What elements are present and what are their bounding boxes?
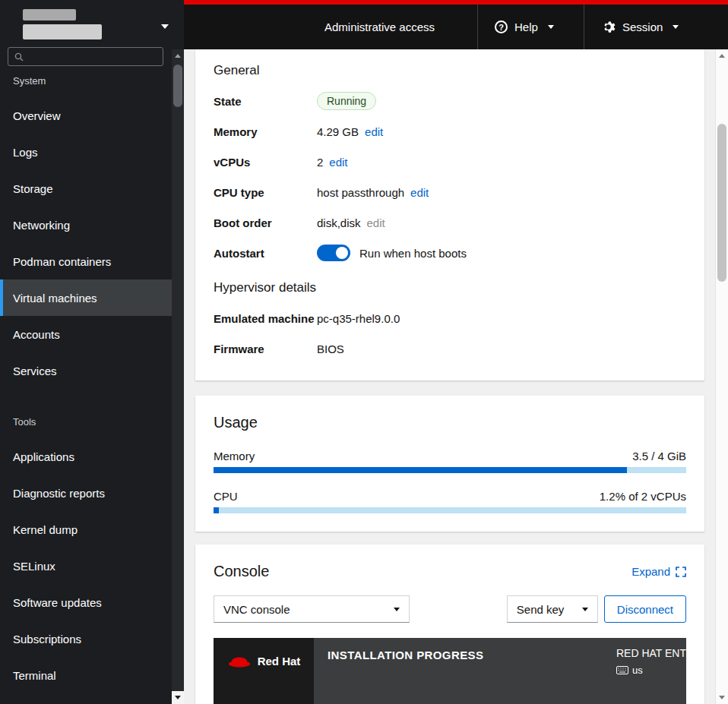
cpu-usage-row: CPU 1.2% of 2 vCPUs	[214, 490, 686, 513]
boot-order-edit-link-disabled: edit	[367, 216, 385, 229]
send-key-label: Send key	[517, 603, 565, 616]
redhat-fedora-icon	[227, 652, 252, 669]
autostart-row: Autostart Run when host boots	[214, 238, 686, 268]
sidebar-item-storage[interactable]: Storage	[0, 170, 184, 207]
sidebar-search[interactable]	[8, 47, 163, 66]
search-icon	[14, 52, 24, 62]
sidebar-item-overview[interactable]: Overview	[0, 97, 184, 134]
sidebar-item-subscriptions[interactable]: Subscriptions	[0, 620, 184, 657]
redhat-logo: Red Hat	[227, 652, 301, 670]
vm-state-badge: Running	[317, 92, 376, 110]
host-switcher[interactable]	[0, 0, 184, 43]
keyboard-layout-indicator: us	[616, 665, 643, 676]
redhat-logo-text: Red Hat	[258, 655, 301, 668]
sidebar-scrollbar-thumb[interactable]	[173, 65, 182, 107]
sidebar-item-diagnostic-reports[interactable]: Diagnostic reports	[0, 475, 184, 511]
sidebar-item-logs[interactable]: Logs	[0, 134, 184, 170]
autostart-description: Run when host boots	[359, 247, 467, 260]
console-card: Console Expand VNC console Send key Disc…	[195, 545, 704, 704]
console-type-value: VNC console	[223, 603, 290, 616]
session-label: Session	[622, 21, 663, 33]
nav-group-tools: Applications Diagnostic reports Kernel d…	[0, 434, 184, 693]
sidebar-item-kernel-dump[interactable]: Kernel dump	[0, 511, 184, 548]
installer-product-info: RED HAT ENT us	[616, 647, 686, 676]
sidebar-item-accounts[interactable]: Accounts	[0, 316, 184, 352]
cpu-type-row: CPU type host passthrough edit	[214, 177, 686, 207]
memory-progress-bar	[214, 467, 627, 473]
emulated-machine-value: pc-q35-rhel9.0.0	[317, 312, 400, 325]
keyboard-icon	[616, 666, 628, 674]
autostart-label: Autostart	[214, 247, 317, 260]
memory-label: Memory	[214, 125, 317, 138]
vcpus-edit-link[interactable]: edit	[329, 156, 347, 169]
cpu-progress-track	[214, 507, 686, 513]
sidebar-item-selinux[interactable]: SELinux	[0, 548, 184, 584]
memory-row: Memory 4.29 GB edit	[214, 116, 686, 147]
installer-product-name: RED HAT ENT	[616, 647, 686, 659]
general-section-title: General	[214, 63, 686, 78]
hostname-redacted-line2	[23, 24, 102, 39]
search-input[interactable]	[28, 51, 157, 63]
chevron-down-icon	[548, 25, 554, 29]
vcpus-label: vCPUs	[214, 156, 317, 169]
help-menu[interactable]: ? Help	[477, 5, 571, 49]
sidebar: System Overview Logs Storage Networking …	[0, 0, 184, 704]
nav-group-system-label: System	[13, 75, 184, 87]
administrative-access-button[interactable]: Administrative access	[324, 5, 435, 49]
hostname-redacted-line1	[23, 9, 76, 21]
sidebar-scroll-up-icon[interactable]	[172, 49, 184, 62]
sidebar-scrollbar[interactable]	[172, 49, 184, 704]
nav-group-tools-label: Tools	[13, 416, 184, 428]
page-scrollbar[interactable]	[715, 49, 728, 704]
keyboard-layout-value: us	[632, 665, 643, 676]
firmware-label: Firmware	[214, 343, 317, 355]
send-key-dropdown[interactable]: Send key	[507, 595, 598, 623]
sidebar-item-terminal[interactable]: Terminal	[0, 657, 184, 693]
memory-usage-row: Memory 3.5 / 4 GiB	[214, 450, 686, 473]
vcpus-value: 2	[317, 156, 323, 169]
sidebar-item-services[interactable]: Services	[0, 352, 184, 389]
memory-value: 4.29 GB	[317, 125, 359, 138]
cpu-type-label: CPU type	[214, 186, 317, 199]
memory-usage-value: 3.5 / 4 GiB	[632, 450, 686, 462]
state-row: State Running	[214, 86, 686, 116]
page-scroll-down-icon[interactable]	[716, 691, 728, 704]
sidebar-item-networking[interactable]: Networking	[0, 207, 184, 243]
autostart-toggle[interactable]	[317, 245, 350, 261]
main-content: General State Running Memory 4.29 GB edi…	[184, 49, 715, 704]
chevron-down-icon	[161, 24, 169, 29]
cpu-usage-value: 1.2% of 2 vCPUs	[600, 490, 686, 503]
usage-card: Usage Memory 3.5 / 4 GiB CPU 1.2% of 2 v…	[195, 396, 704, 532]
disconnect-button[interactable]: Disconnect	[604, 595, 686, 623]
sidebar-item-virtual-machines[interactable]: Virtual machines	[0, 279, 184, 316]
cpu-progress-bar	[214, 507, 219, 513]
chevron-down-icon	[582, 608, 588, 611]
console-expand-link[interactable]: Expand	[631, 565, 686, 578]
cpu-type-edit-link[interactable]: edit	[410, 186, 429, 199]
firmware-value: BIOS	[317, 343, 344, 355]
console-type-select[interactable]: VNC console	[214, 595, 410, 623]
vcpus-row: vCPUs 2 edit	[214, 147, 686, 177]
boot-order-value: disk,disk	[317, 216, 361, 229]
page-scrollbar-thumb[interactable]	[717, 124, 726, 282]
expand-label: Expand	[631, 565, 670, 578]
vnc-console-preview[interactable]: Red Hat INSTALLATION PROGRESS RED HAT EN…	[214, 638, 686, 704]
sidebar-scroll-down-icon[interactable]	[172, 691, 184, 704]
hypervisor-section-title: Hypervisor details	[214, 280, 686, 295]
toggle-knob	[336, 247, 348, 259]
usage-title: Usage	[214, 414, 686, 431]
memory-edit-link[interactable]: edit	[365, 125, 383, 138]
sidebar-item-applications[interactable]: Applications	[0, 438, 184, 475]
page-scroll-up-icon[interactable]	[716, 49, 728, 62]
installer-logo-panel: Red Hat	[214, 638, 314, 704]
sidebar-item-software-updates[interactable]: Software updates	[0, 584, 184, 620]
emulated-machine-row: Emulated machine pc-q35-rhel9.0.0	[214, 303, 686, 333]
firmware-row: Firmware BIOS	[214, 333, 686, 364]
session-menu[interactable]: Session	[584, 5, 695, 49]
gear-icon	[601, 20, 616, 34]
expand-icon	[676, 567, 686, 577]
sidebar-item-podman-containers[interactable]: Podman containers	[0, 243, 184, 279]
help-icon: ?	[495, 21, 508, 33]
chevron-down-icon	[394, 608, 400, 611]
memory-usage-label: Memory	[214, 450, 255, 462]
